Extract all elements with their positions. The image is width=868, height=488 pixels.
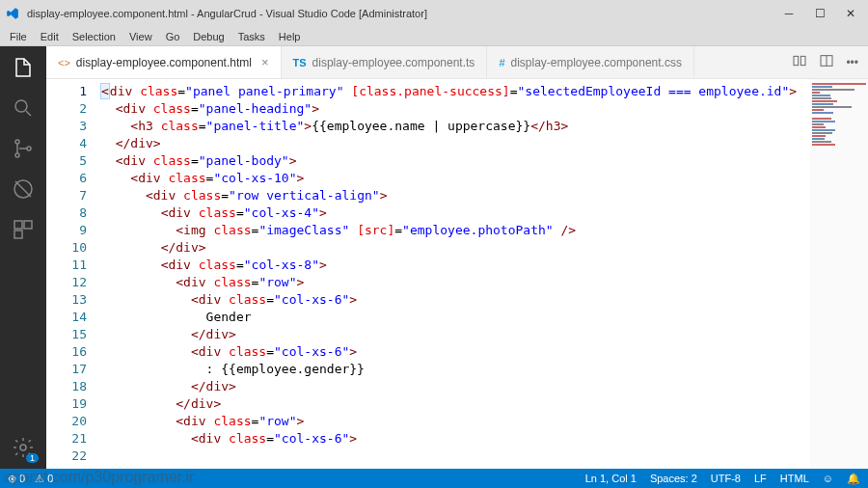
maximize-button[interactable]: ☐ [808, 4, 831, 23]
svg-rect-9 [794, 56, 799, 65]
debug-icon[interactable] [10, 176, 37, 203]
status-spaces[interactable]: Spaces: 2 [650, 473, 697, 484]
menu-view[interactable]: View [123, 29, 158, 44]
line-gutter: 12345678910111213141516171819202122 [46, 79, 100, 469]
minimize-button[interactable]: ─ [777, 4, 800, 23]
status-smiley-icon[interactable]: ☺ [823, 473, 833, 484]
menu-help[interactable]: Help [273, 29, 307, 44]
settings-gear-icon[interactable]: 1 [10, 434, 37, 461]
window-title: display-employee.component.html - Angula… [27, 8, 427, 19]
tab-label: display-employee.component.html [76, 56, 252, 69]
explorer-icon[interactable] [10, 54, 37, 81]
editor-tabs: <> display-employee.component.html × TS … [46, 46, 868, 79]
titlebar: display-employee.component.html - Angula… [0, 0, 868, 27]
vscode-icon [6, 7, 19, 20]
gear-badge: 1 [26, 453, 39, 463]
compare-icon[interactable] [792, 53, 807, 71]
tab-label: display-employee.component.css [511, 56, 682, 69]
source-control-icon[interactable] [10, 135, 37, 162]
ts-file-icon: TS [293, 57, 307, 68]
status-bell-icon[interactable]: 🔔 [847, 473, 860, 485]
menu-go[interactable]: Go [160, 29, 186, 44]
menubar: File Edit Selection View Go Debug Tasks … [0, 27, 868, 46]
tab-html[interactable]: <> display-employee.component.html × [46, 46, 282, 78]
html-file-icon: <> [58, 57, 70, 68]
svg-rect-6 [24, 221, 32, 229]
status-eol[interactable]: LF [754, 473, 767, 484]
search-icon[interactable] [10, 95, 37, 122]
menu-tasks[interactable]: Tasks [232, 29, 271, 44]
status-encoding[interactable]: UTF-8 [711, 473, 741, 484]
css-file-icon: # [499, 57, 504, 68]
menu-edit[interactable]: Edit [35, 29, 65, 44]
svg-rect-7 [14, 230, 22, 238]
svg-rect-5 [14, 221, 22, 229]
svg-point-8 [20, 445, 26, 450]
close-button[interactable]: ✕ [839, 4, 862, 23]
svg-point-2 [15, 153, 19, 157]
status-cursor[interactable]: Ln 1, Col 1 [585, 473, 637, 484]
svg-rect-10 [801, 56, 806, 65]
code-editor[interactable]: <div class="panel panel-primary" [class.… [100, 79, 810, 469]
more-actions-icon[interactable]: ••• [846, 56, 858, 69]
svg-point-3 [27, 147, 31, 150]
menu-file[interactable]: File [4, 29, 33, 44]
close-tab-icon[interactable]: × [261, 55, 269, 69]
tab-label: display-employee.component.ts [312, 56, 475, 69]
split-editor-icon[interactable] [819, 53, 834, 71]
watermark-text: aparat.com/p30programer.ir [4, 469, 194, 486]
activitybar: 1 [0, 46, 46, 469]
svg-point-0 [15, 100, 27, 112]
menu-debug[interactable]: Debug [187, 29, 230, 44]
svg-point-1 [15, 140, 19, 144]
status-lang[interactable]: HTML [780, 473, 809, 484]
minimap[interactable] [810, 79, 868, 469]
tab-ts[interactable]: TS display-employee.component.ts [282, 46, 488, 78]
tab-css[interactable]: # display-employee.component.css [487, 46, 694, 78]
menu-selection[interactable]: Selection [67, 29, 122, 44]
extensions-icon[interactable] [10, 216, 37, 243]
